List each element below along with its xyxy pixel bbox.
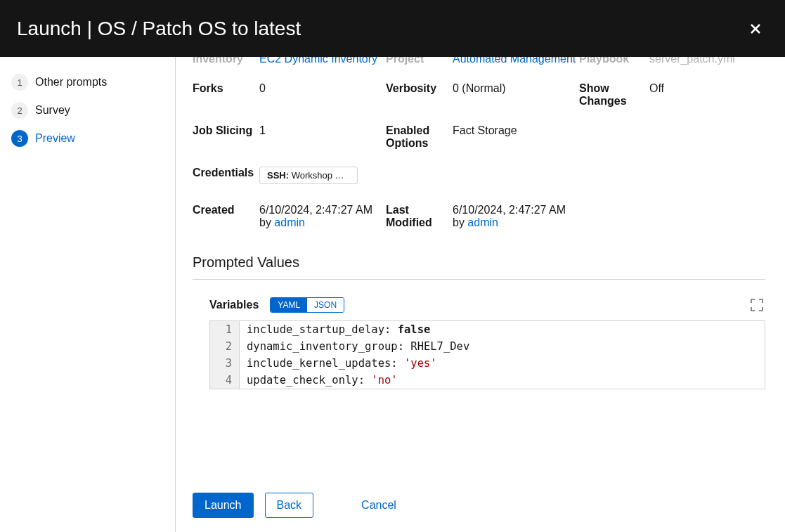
variables-editor[interactable]: 1include_startup_delay: false2dynamic_in… — [209, 320, 765, 389]
editor-line: 4update_check_only: 'no' — [210, 372, 765, 389]
credential-name: Workshop Cred... — [292, 170, 358, 181]
step-preview[interactable]: 3 Preview — [11, 130, 164, 147]
wizard-sidebar: 1 Other prompts 2 Survey 3 Preview — [0, 57, 176, 532]
toggle-json[interactable]: JSON — [307, 298, 344, 312]
prompted-values-heading: Prompted Values — [193, 254, 765, 271]
created-by-prefix: by — [259, 216, 274, 228]
modified-ts: 6/10/2024, 2:47:27 AM — [453, 204, 566, 216]
credential-type: SSH: — [267, 170, 289, 181]
verbosity-value: 0 (Normal) — [453, 82, 579, 108]
code: dynamic_inventory_group: RHEL7_Dev — [240, 338, 469, 355]
playbook-label: Playbook — [579, 57, 649, 65]
format-toggle: YAML JSON — [270, 297, 344, 313]
step-number: 3 — [11, 130, 28, 147]
show-changes-label: Show Changes — [579, 82, 649, 108]
details-grid: Inventory EC2 Dynamic Inventory Project … — [193, 57, 765, 229]
close-icon[interactable] — [747, 20, 764, 37]
created-label: Created — [193, 204, 259, 229]
inventory-value[interactable]: EC2 Dynamic Inventory — [259, 57, 386, 65]
playbook-value: server_patch.yml — [649, 57, 734, 65]
modified-label: Last Modified — [386, 204, 453, 229]
main-panel: Inventory EC2 Dynamic Inventory Project … — [176, 57, 785, 532]
credential-chip[interactable]: SSH: Workshop Cred... — [259, 167, 358, 184]
credentials-label: Credentials — [193, 167, 259, 187]
toggle-yaml[interactable]: YAML — [271, 298, 307, 312]
step-number: 2 — [11, 102, 28, 119]
modal-header: Launch | OS / Patch OS to latest — [0, 0, 785, 57]
step-label: Preview — [35, 132, 75, 145]
code: include_startup_delay: false — [240, 321, 430, 338]
line-number: 4 — [210, 372, 240, 389]
created-ts: 6/10/2024, 2:47:27 AM — [259, 204, 372, 216]
enabled-options-value: Fact Storage — [453, 124, 579, 150]
show-changes-value: Off — [649, 82, 734, 108]
verbosity-label: Verbosity — [386, 82, 453, 108]
created-user-link[interactable]: admin — [274, 216, 305, 228]
cancel-button[interactable]: Cancel — [358, 493, 399, 517]
forks-label: Forks — [193, 82, 259, 108]
line-number: 2 — [210, 338, 240, 355]
code: update_check_only: 'no' — [240, 372, 398, 389]
back-button[interactable]: Back — [265, 493, 314, 518]
editor-line: 3include_kernel_updates: 'yes' — [210, 355, 765, 372]
step-survey[interactable]: 2 Survey — [11, 102, 164, 119]
variables-header: Variables YAML JSON — [193, 297, 765, 320]
modal-title: Launch | OS / Patch OS to latest — [17, 18, 301, 40]
inventory-label: Inventory — [193, 57, 259, 65]
launch-button[interactable]: Launch — [193, 493, 254, 518]
step-other-prompts[interactable]: 1 Other prompts — [11, 74, 164, 91]
variables-label: Variables — [209, 299, 259, 311]
modified-by-prefix: by — [453, 216, 467, 228]
line-number: 1 — [210, 321, 240, 338]
modified-user-link[interactable]: admin — [467, 216, 498, 228]
step-label: Other prompts — [35, 76, 107, 89]
modified-value: 6/10/2024, 2:47:27 AM by admin — [453, 204, 579, 229]
step-number: 1 — [11, 74, 28, 91]
forks-value: 0 — [259, 82, 386, 108]
credentials-value: SSH: Workshop Cred... — [259, 167, 386, 187]
section-divider — [193, 279, 765, 280]
job-slicing-value: 1 — [259, 124, 386, 150]
job-slicing-label: Job Slicing — [193, 124, 259, 150]
line-number: 3 — [210, 355, 240, 372]
enabled-options-label: Enabled Options — [386, 124, 453, 150]
editor-line: 2dynamic_inventory_group: RHEL7_Dev — [210, 338, 765, 355]
step-label: Survey — [35, 104, 70, 117]
modal-footer: Launch Back Cancel — [176, 479, 785, 532]
project-label: Project — [386, 57, 453, 65]
code: include_kernel_updates: 'yes' — [240, 355, 437, 372]
content-scroll[interactable]: Inventory EC2 Dynamic Inventory Project … — [176, 57, 785, 479]
editor-line: 1include_startup_delay: false — [210, 321, 765, 338]
project-value[interactable]: Automated Management — [453, 57, 579, 65]
expand-icon[interactable] — [748, 297, 765, 313]
created-value: 6/10/2024, 2:47:27 AM by admin — [259, 204, 386, 229]
